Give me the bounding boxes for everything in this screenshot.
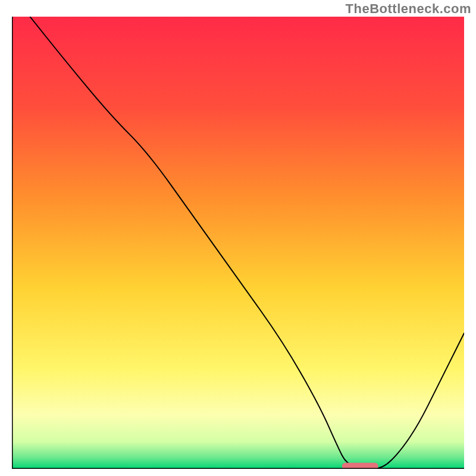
watermark-text: TheBottleneck.com [346, 1, 471, 17]
chart-plot-area [12, 17, 464, 469]
gradient-background [12, 17, 464, 469]
chart-container: TheBottleneck.com [0, 0, 476, 476]
optimum-pill [342, 463, 378, 469]
chart-svg [12, 17, 464, 469]
